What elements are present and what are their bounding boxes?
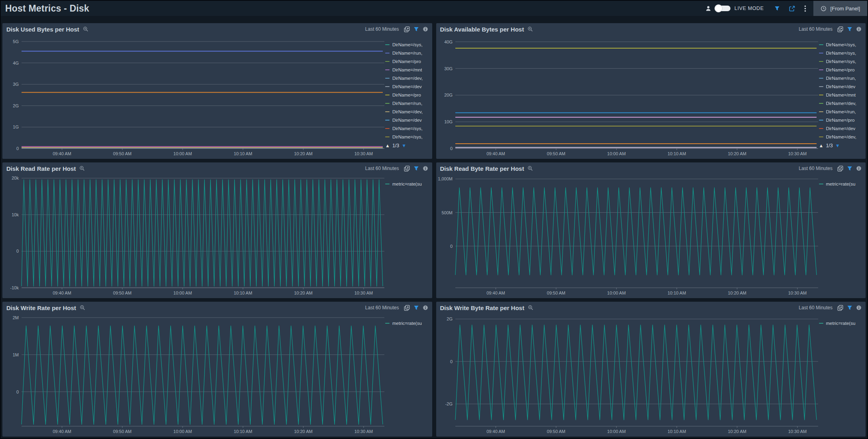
svg-text:09:50 AM: 09:50 AM xyxy=(113,151,132,156)
legend-item[interactable]: DirName=/pro xyxy=(385,91,432,99)
filter-icon[interactable] xyxy=(413,166,419,171)
svg-text:10:30 AM: 10:30 AM xyxy=(354,429,373,434)
chart-disk-available-bytes[interactable]: 40G30G20G10G009:40 AM09:50 AM10:00 AM10:… xyxy=(436,35,819,159)
zoom-in-icon[interactable] xyxy=(527,166,533,171)
legend-item[interactable]: DirName=/sys, xyxy=(385,132,432,141)
legend-item[interactable]: DirName=/dev xyxy=(385,116,432,124)
filter-icon[interactable] xyxy=(847,305,852,310)
panel-title: Disk Write Byte Rate per Host xyxy=(440,305,524,311)
legend-item[interactable]: DirName=/run, xyxy=(819,107,866,116)
copy-icon[interactable] xyxy=(837,26,843,32)
legend-item[interactable]: DirName=/dev xyxy=(819,124,866,132)
filter-icon[interactable] xyxy=(847,26,852,32)
svg-text:09:40 AM: 09:40 AM xyxy=(486,429,505,434)
svg-text:0: 0 xyxy=(450,146,452,151)
legend-series-label: DirName=/mnt xyxy=(392,67,422,72)
legend-item[interactable]: metric=rate(su xyxy=(385,180,432,188)
copy-icon[interactable] xyxy=(404,305,410,311)
svg-text:10:20 AM: 10:20 AM xyxy=(728,429,746,434)
legend-item[interactable]: DirName=/mnt xyxy=(385,65,432,74)
filter-icon[interactable] xyxy=(413,305,419,310)
legend-series-dash xyxy=(819,95,823,95)
svg-text:1G: 1G xyxy=(13,125,19,129)
page-up-icon[interactable]: ▲ xyxy=(819,143,824,148)
filter-icon[interactable] xyxy=(847,166,852,171)
chart-disk-write-byte-rate[interactable]: 2G0-2G09:40 AM09:50 AM10:00 AM10:10 AM10… xyxy=(436,314,819,437)
legend-item[interactable]: DirName=/run, xyxy=(385,49,432,57)
copy-icon[interactable] xyxy=(837,305,843,311)
svg-text:5G: 5G xyxy=(13,39,19,44)
from-panel-button[interactable]: [From Panel] xyxy=(813,1,867,16)
legend-series-label: DirName=/dev, xyxy=(392,76,423,81)
legend-item[interactable]: DirName=/sys, xyxy=(385,124,432,132)
zoom-in-icon[interactable] xyxy=(79,166,85,171)
info-icon[interactable] xyxy=(856,26,862,32)
chart-disk-read-byte-rate[interactable]: 1,000M500M009:40 AM09:50 AM10:00 AM10:10… xyxy=(436,174,819,298)
legend-item[interactable]: DirName=/pro xyxy=(385,57,432,65)
page-up-icon[interactable]: ▲ xyxy=(385,143,390,148)
svg-text:09:40 AM: 09:40 AM xyxy=(53,151,71,156)
legend-series-dash xyxy=(819,128,823,129)
legend-series-dash xyxy=(385,44,390,45)
svg-text:2M: 2M xyxy=(13,315,19,320)
info-icon[interactable] xyxy=(856,166,862,171)
legend-item[interactable]: DirName=/sys, xyxy=(819,40,866,49)
legend-item[interactable]: DirName=/dev, xyxy=(385,74,432,82)
info-icon[interactable] xyxy=(423,26,428,32)
legend-item[interactable]: DirName=/dev, xyxy=(385,107,432,116)
legend-item[interactable]: DirName=/dev xyxy=(385,82,432,91)
copy-icon[interactable] xyxy=(404,166,410,172)
filter-icon[interactable] xyxy=(774,6,780,11)
legend-item[interactable]: DirName=/sys, xyxy=(819,57,866,65)
zoom-in-icon[interactable] xyxy=(83,26,89,32)
legend-item[interactable]: metric=rate(su xyxy=(819,180,866,188)
page-down-icon[interactable]: ▼ xyxy=(402,143,406,148)
legend-item[interactable]: DirName=/sys, xyxy=(819,49,866,57)
legend-series-label: DirName=/pro xyxy=(392,59,421,64)
time-range-label: Last 60 Minutes xyxy=(365,166,399,171)
copy-icon[interactable] xyxy=(404,26,410,32)
zoom-in-icon[interactable] xyxy=(528,305,533,310)
live-mode-toggle[interactable] xyxy=(715,6,730,11)
user-icon[interactable] xyxy=(705,6,711,12)
info-icon[interactable] xyxy=(423,305,428,310)
zoom-in-icon[interactable] xyxy=(527,26,533,32)
svg-text:2G: 2G xyxy=(447,316,453,321)
legend-series-label: DirName=/sys, xyxy=(826,59,856,64)
legend-item[interactable]: DirName=/mnt xyxy=(819,91,866,99)
svg-text:3G: 3G xyxy=(13,82,19,87)
info-icon[interactable] xyxy=(423,166,428,171)
legend-item[interactable]: DirName=/dev, xyxy=(819,99,866,107)
info-icon[interactable] xyxy=(856,305,862,310)
copy-icon[interactable] xyxy=(837,166,843,172)
chart-disk-write-rate[interactable]: 2M1M009:40 AM09:50 AM10:00 AM10:10 AM10:… xyxy=(2,314,385,437)
legend-series-dash xyxy=(819,184,823,184)
svg-text:09:40 AM: 09:40 AM xyxy=(53,291,71,295)
svg-text:500M: 500M xyxy=(441,210,453,215)
legend-series-dash xyxy=(385,103,390,104)
page-down-icon[interactable]: ▼ xyxy=(835,143,840,148)
legend-item[interactable]: metric=rate(su xyxy=(385,319,432,327)
panel-disk-available-bytes: Disk Available Bytes per Host Last 60 Mi… xyxy=(436,23,866,159)
legend-item[interactable]: DirName=/pro xyxy=(819,116,866,124)
legend-item[interactable]: DirName=/run, xyxy=(819,74,866,82)
page-indicator: 1/3 xyxy=(826,143,833,148)
legend-item[interactable]: DirName=/pro xyxy=(819,65,866,74)
legend-item[interactable]: DirName=/sys, xyxy=(385,40,432,49)
legend-item[interactable]: DirName=/dev xyxy=(819,82,866,91)
filter-icon[interactable] xyxy=(413,26,419,32)
share-icon[interactable] xyxy=(789,5,795,12)
more-options-icon[interactable] xyxy=(804,5,806,12)
svg-text:09:40 AM: 09:40 AM xyxy=(486,151,505,156)
legend-series-dash xyxy=(819,53,823,53)
chart-disk-used-bytes[interactable]: 5G4G3G2G1G009:40 AM09:50 AM10:00 AM10:10… xyxy=(2,35,385,159)
top-bar-actions: LIVE MODE [From Panel] xyxy=(705,1,867,16)
chart-disk-read-rate[interactable]: 20k10k0-10k09:40 AM09:50 AM10:00 AM10:10… xyxy=(2,174,385,298)
legend-series-label: DirName=/sys, xyxy=(392,126,423,131)
legend-series-dash xyxy=(385,78,390,79)
zoom-in-icon[interactable] xyxy=(80,305,85,310)
legend-item[interactable]: metric=rate(su xyxy=(819,319,866,327)
legend-item[interactable]: DirName=/run, xyxy=(385,99,432,107)
legend-series-label: metric=rate(su xyxy=(392,321,422,326)
legend-item[interactable]: DirName=/dev, xyxy=(819,132,866,141)
